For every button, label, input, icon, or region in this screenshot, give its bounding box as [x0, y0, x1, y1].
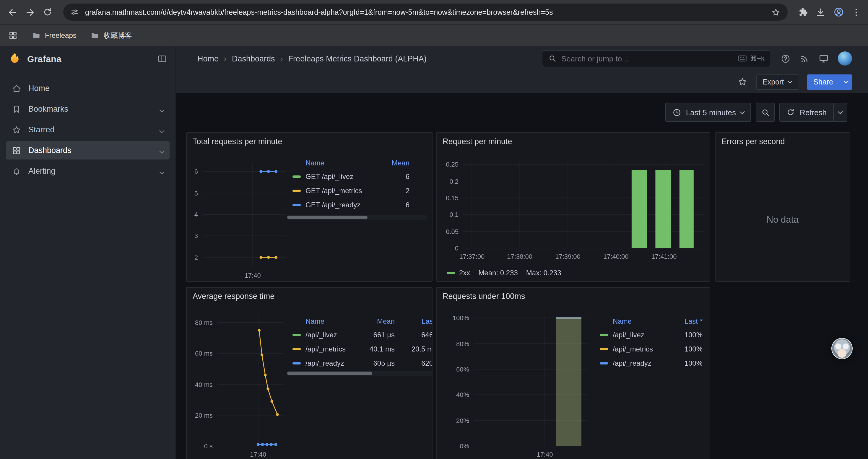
bookmark-item[interactable]: 收藏博客 [91, 30, 132, 40]
y-axis-tick-label: 3 [194, 232, 198, 239]
y-axis-tick-label: 0.05 [446, 228, 459, 235]
x-axis-tick-label: 17:41:00 [651, 253, 677, 260]
legend-row[interactable]: /api/_readyz 605 µs 620 [286, 356, 433, 370]
profile-icon[interactable] [833, 6, 844, 18]
favorite-star-icon[interactable] [737, 77, 747, 87]
sidebar-item-bookmarks[interactable]: Bookmarks [6, 100, 169, 118]
chevron-down-icon[interactable] [160, 167, 164, 175]
export-button[interactable]: Export [756, 74, 798, 90]
download-icon[interactable] [815, 7, 826, 18]
y-axis-tick-label: 80 ms [195, 319, 213, 326]
y-axis-tick-label: 20% [456, 417, 469, 424]
refresh-control: Refresh [780, 103, 847, 122]
legend-row[interactable]: /api/_metrics 40.1 ms 20.5 m [286, 342, 433, 356]
main-area: Home › Dashboards › Freeleaps Metrics Da… [176, 46, 868, 459]
sidebar-item-label: Dashboards [28, 146, 71, 155]
y-axis-tick-label: 0 [455, 244, 459, 252]
legend-header-mean[interactable]: Mean [379, 159, 409, 167]
news-rss-icon[interactable] [800, 54, 809, 64]
panel-title[interactable]: Requests under 100ms [442, 292, 525, 301]
sidebar-item-dashboards[interactable]: Dashboards [6, 141, 169, 160]
zoom-out-button[interactable] [756, 103, 775, 122]
sidebar-item-starred[interactable]: Starred [6, 121, 169, 139]
chevron-down-icon[interactable] [160, 146, 164, 155]
bookmark-star-icon[interactable] [771, 7, 780, 17]
panel-title[interactable]: Request per minute [442, 137, 512, 146]
keyboard-icon [738, 55, 747, 62]
forward-icon[interactable] [25, 7, 35, 18]
back-icon[interactable] [7, 7, 18, 18]
refresh-button[interactable]: Refresh [780, 103, 833, 121]
series-color-dash [600, 334, 608, 336]
url-bar[interactable]: grafana.mathmast.com/d/deytv4rwavabkb/fr… [63, 4, 788, 21]
series-color-dash [292, 175, 301, 178]
legend-scrollbar[interactable] [286, 371, 433, 376]
panel-average-response-time: Average response time 80 ms60 ms40 ms20 … [186, 287, 433, 459]
legend-row[interactable]: GET /api/_metrics 2 [286, 184, 427, 198]
share-dropdown-caret[interactable] [840, 74, 852, 90]
share-button: Share [807, 74, 852, 90]
legend-header-name[interactable]: Name [613, 317, 672, 326]
legend-header-name[interactable]: Name [306, 317, 358, 326]
dock-sidebar-icon[interactable] [157, 54, 167, 64]
legend-row[interactable]: /api/_metrics 100% [594, 342, 707, 356]
chart-plot: 6543217:40 [203, 162, 286, 267]
legend-header-name[interactable]: Name [306, 159, 379, 167]
sidebar-header: Grafana [0, 46, 176, 71]
help-icon[interactable] [780, 54, 790, 64]
legend-row[interactable]: /api/_livez 661 µs 646 [286, 328, 433, 342]
legend-row[interactable]: /api/_readyz 100% [594, 356, 707, 370]
search-box[interactable]: ⌘+k [542, 50, 771, 67]
legend-header-mean[interactable]: Mean [358, 317, 395, 326]
legend-line[interactable]: 2xx Mean: 0.233 Max: 0.233 [447, 269, 561, 277]
breadcrumb-home[interactable]: Home [197, 54, 219, 63]
no-data-message: No data [716, 215, 850, 225]
scrollbar-thumb[interactable] [287, 371, 372, 375]
chevron-down-icon[interactable] [160, 104, 164, 113]
panel-errors-per-second: Errors per second No data [715, 132, 850, 282]
chevron-down-icon[interactable] [160, 125, 164, 134]
series-color-dash [292, 190, 301, 192]
chevron-down-icon [787, 78, 793, 84]
search-input[interactable] [561, 54, 733, 63]
time-range-picker[interactable]: Last 5 minutes [665, 103, 751, 122]
sidebar-item-home[interactable]: Home [6, 79, 169, 97]
reload-icon[interactable] [42, 7, 53, 17]
panel-title[interactable]: Average response time [193, 292, 275, 301]
x-axis-tick-label: 17:37:00 [459, 253, 485, 260]
legend-header-last[interactable]: Last * [672, 317, 707, 326]
legend-header-last[interactable]: Las [395, 317, 433, 326]
url-text[interactable]: grafana.mathmast.com/d/deytv4rwavabkb/fr… [85, 8, 765, 16]
browser-menu-icon[interactable] [851, 7, 861, 17]
scrollbar-thumb[interactable] [287, 216, 367, 219]
refresh-icon [787, 108, 795, 117]
grafana-logo[interactable] [8, 52, 21, 65]
y-axis-tick-label: 0.2 [450, 177, 459, 185]
floating-avatar[interactable] [831, 338, 852, 359]
share-button-main[interactable]: Share [807, 74, 840, 90]
site-info-icon[interactable] [70, 8, 79, 17]
legend-scrollbar[interactable] [286, 215, 427, 220]
user-avatar[interactable] [838, 52, 852, 66]
series-color-dash [292, 334, 301, 336]
search-shortcut: ⌘+k [738, 54, 765, 63]
panel-title[interactable]: Total requests per minute [193, 137, 282, 146]
x-axis-tick-label: 17:40 [245, 272, 261, 279]
monitor-icon[interactable] [818, 53, 829, 64]
refresh-interval-caret[interactable] [833, 103, 847, 121]
chart-canvas [463, 162, 704, 248]
bookmark-label: 收藏博客 [104, 30, 132, 40]
bookmark-item[interactable]: Freeleaps [32, 31, 76, 40]
y-axis-tick-label: 0.1 [450, 211, 459, 218]
y-axis-tick-label: 5 [194, 189, 198, 196]
legend-row[interactable]: GET /api/_livez 6 [286, 169, 427, 184]
legend-row[interactable]: GET /api/_readyz 6 [286, 198, 427, 212]
sidebar-item-label: Home [28, 84, 50, 93]
apps-grid-icon[interactable] [8, 31, 18, 40]
extensions-icon[interactable] [798, 7, 808, 17]
breadcrumb-dashboards[interactable]: Dashboards [232, 54, 275, 63]
sidebar-item-alerting[interactable]: Alerting [6, 162, 169, 180]
legend-row[interactable]: /api/_livez 100% [594, 328, 707, 342]
dashboards-icon [12, 145, 21, 155]
panel-title[interactable]: Errors per second [721, 137, 785, 146]
